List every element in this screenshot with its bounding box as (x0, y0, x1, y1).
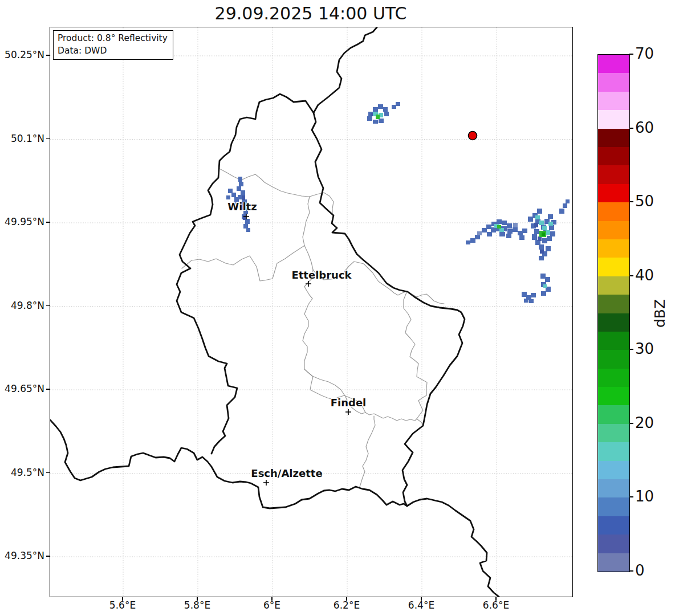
radar-echo-cell (241, 190, 245, 195)
radar-echo-cell (539, 221, 544, 225)
radar-echo-cell (373, 107, 378, 112)
radar-echo-cell (541, 291, 546, 296)
radar-echo-cell (383, 107, 388, 112)
radar-echo-cell (518, 231, 523, 235)
radar-echo-cell (563, 203, 567, 208)
colorbar-segment (598, 165, 629, 183)
y-tick-mark (46, 138, 50, 139)
y-tick-label: 50.1°N (0, 133, 44, 144)
x-tick-label: 6.2°E (324, 599, 369, 611)
colorbar-segment (598, 442, 629, 460)
radar-echo-cell (486, 225, 491, 229)
radar-echo-cell (522, 292, 527, 297)
radar-echo-cell (482, 228, 487, 232)
colorbar-tick-label: 30 (635, 340, 654, 357)
y-tick-mark (46, 472, 50, 473)
colorbar-segment (598, 424, 629, 442)
product-info-box: Product: 0.8° Reflectivity Data: DWD (53, 30, 173, 60)
radar-echo-cell (392, 105, 396, 109)
colorbar-tick-label: 50 (635, 193, 654, 210)
radar-echo-cell (497, 225, 501, 229)
colorbar-tick-label: 60 (635, 119, 654, 136)
colorbar-segment (598, 497, 629, 516)
city-marker-icon (345, 409, 351, 415)
radar-echo-cell (539, 244, 544, 250)
x-tick-label: 6.4°E (399, 599, 444, 611)
radar-echo-cell (547, 236, 552, 241)
colorbar-segment (598, 55, 629, 73)
radar-echo-cell (507, 229, 513, 234)
radar-echo-cell (546, 246, 551, 251)
colorbar-tick-mark (629, 128, 633, 128)
x-tick-label: 6.6°E (473, 599, 519, 611)
city-label: Wiltz (227, 201, 257, 213)
colorbar-segment (598, 295, 629, 313)
radar-echo-cell (367, 116, 372, 121)
radar-echo-cell (378, 104, 383, 109)
radar-echo-cell (226, 195, 230, 199)
radar-echo-cell (506, 234, 511, 238)
x-tick-label: 5.8°E (174, 599, 220, 611)
page-title: 29.09.2025 14:00 UTC (50, 3, 572, 23)
city-label: Findel (331, 397, 367, 409)
colorbar-segment (598, 405, 629, 423)
radar-echo-cell (231, 193, 236, 197)
radar-echo-cell (535, 215, 540, 219)
colorbar-segment (598, 516, 629, 535)
radar-echo-cell (546, 230, 550, 235)
colorbar-tick-label: 10 (635, 488, 654, 505)
y-tick-label: 49.5°N (0, 467, 44, 478)
radar-map-page: 29.09.2025 14:00 UTC Product: 0.8° Refle… (0, 0, 675, 616)
radar-echo-cell (548, 214, 553, 219)
radar-echo-cell (538, 236, 542, 241)
radar-echo-cell (243, 224, 248, 229)
radar-echo-cell (534, 223, 538, 227)
radar-echo-cell (542, 232, 545, 236)
y-tick-mark (46, 305, 50, 306)
colorbar-segment (598, 92, 629, 110)
colorbar-segment (598, 313, 629, 332)
radar-echo-cell (522, 229, 527, 233)
y-tick-mark (46, 556, 50, 556)
radar-echo-cell (528, 217, 533, 222)
colorbar-segment (598, 110, 629, 128)
y-tick-mark (46, 389, 50, 389)
radar-echo-cell (228, 189, 233, 193)
y-tick-mark (46, 55, 50, 55)
y-tick-label: 49.95°N (0, 216, 44, 227)
colorbar-segment (598, 73, 629, 91)
radar-echo-cell (529, 299, 534, 303)
district-border (404, 291, 427, 419)
radar-echo-cell (537, 209, 542, 214)
colorbar-tick-mark (629, 275, 633, 276)
colorbar-tick-mark (629, 201, 633, 202)
district-border (303, 197, 310, 246)
product-info-line2: Data: DWD (58, 45, 168, 58)
colorbar-segment (598, 184, 629, 202)
radar-site-marker (469, 132, 477, 140)
colorbar-tick-mark (629, 496, 633, 497)
radar-echo-cell (487, 232, 492, 236)
colorbar-segment (598, 332, 629, 350)
radar-echo-cell (466, 240, 470, 244)
radar-echo-cell (238, 177, 242, 182)
colorbar-segment (598, 387, 629, 405)
colorbar-tick-mark (629, 423, 633, 423)
x-tick-label: 5.6°E (100, 599, 145, 611)
colorbar-segment (598, 129, 629, 147)
radar-echo-cell (384, 112, 389, 116)
district-border (360, 416, 375, 487)
map-plot: Product: 0.8° Reflectivity Data: DWD Wil… (50, 27, 573, 597)
colorbar-tick-label: 20 (635, 414, 654, 431)
colorbar-tick-label: 40 (635, 267, 654, 284)
city-label: Esch/Alzette (251, 467, 322, 479)
radar-echo-cell (524, 299, 528, 303)
radar-echo-cell (545, 277, 550, 282)
country-border (312, 27, 499, 597)
colorbar-segment (598, 350, 629, 368)
radar-echo-cell (540, 250, 544, 254)
colorbar-tick-mark (629, 570, 633, 571)
colorbar-segment (598, 479, 629, 497)
radar-echo-cell (566, 199, 570, 203)
colorbar-tick-label: 70 (635, 45, 654, 62)
